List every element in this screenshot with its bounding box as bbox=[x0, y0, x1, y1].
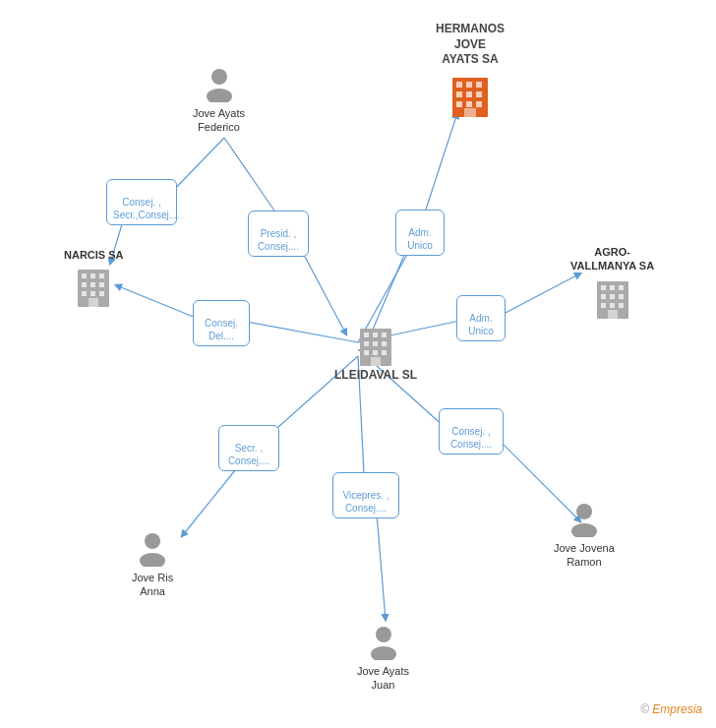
svg-rect-45 bbox=[90, 282, 95, 287]
narcis-building-icon bbox=[76, 266, 111, 309]
svg-rect-46 bbox=[99, 282, 104, 287]
svg-rect-27 bbox=[382, 350, 387, 355]
svg-rect-23 bbox=[373, 341, 378, 346]
center-building-icon bbox=[358, 325, 393, 368]
federico-person-icon bbox=[202, 67, 237, 102]
agro-building-icon bbox=[595, 277, 630, 321]
jovena-node: Jove JovenaRamon bbox=[554, 502, 615, 570]
svg-rect-34 bbox=[466, 91, 472, 97]
federico-label: Jove AyatsFederico bbox=[193, 106, 245, 135]
narcis-label: NARCIS SA bbox=[64, 248, 124, 262]
svg-point-63 bbox=[207, 89, 232, 102]
badge-consej-consej[interactable]: Consej. ,Consej.... bbox=[439, 408, 504, 455]
svg-rect-54 bbox=[619, 285, 624, 290]
svg-rect-32 bbox=[476, 82, 482, 88]
svg-rect-24 bbox=[382, 341, 387, 346]
svg-rect-56 bbox=[610, 294, 615, 299]
svg-rect-42 bbox=[90, 273, 95, 278]
svg-point-65 bbox=[571, 523, 597, 537]
svg-rect-31 bbox=[466, 82, 472, 88]
svg-rect-22 bbox=[364, 341, 369, 346]
jovena-person-icon bbox=[567, 502, 602, 537]
svg-rect-47 bbox=[82, 291, 87, 296]
jovena-label: Jove JovenaRamon bbox=[554, 541, 615, 570]
svg-point-62 bbox=[211, 69, 227, 85]
svg-point-68 bbox=[376, 627, 391, 642]
juan-person-icon bbox=[366, 625, 401, 660]
svg-point-66 bbox=[145, 533, 160, 549]
svg-rect-49 bbox=[99, 291, 104, 296]
badge-adm-unico-top[interactable]: Adm.Unico bbox=[395, 210, 445, 256]
anna-person-icon bbox=[135, 531, 170, 567]
juan-node: Jove AyatsJuan bbox=[357, 625, 409, 693]
svg-line-1 bbox=[423, 113, 457, 218]
badge-consej-del[interactable]: Consej.Del.... bbox=[193, 300, 250, 346]
svg-rect-38 bbox=[476, 101, 482, 107]
svg-rect-44 bbox=[82, 282, 87, 287]
center-label: LLEIDAVAL SL bbox=[334, 368, 417, 382]
hermanos-title: HERMANOSJOVEAYATS SA bbox=[436, 22, 505, 68]
svg-rect-55 bbox=[601, 294, 606, 299]
svg-rect-20 bbox=[373, 333, 378, 337]
svg-rect-19 bbox=[364, 333, 369, 337]
svg-rect-26 bbox=[373, 350, 378, 355]
hermanos-building-icon bbox=[450, 72, 490, 119]
badge-adm-unico-right[interactable]: Adm.Unico bbox=[456, 295, 506, 341]
watermark: © Empresia bbox=[640, 702, 702, 716]
svg-rect-58 bbox=[601, 303, 606, 308]
svg-point-69 bbox=[371, 646, 396, 660]
svg-rect-50 bbox=[89, 298, 98, 307]
juan-label: Jove AyatsJuan bbox=[357, 664, 409, 693]
svg-rect-59 bbox=[610, 303, 615, 308]
svg-rect-36 bbox=[456, 101, 462, 107]
svg-rect-48 bbox=[90, 291, 95, 296]
svg-rect-39 bbox=[464, 108, 476, 117]
svg-rect-30 bbox=[456, 82, 462, 88]
svg-rect-43 bbox=[99, 273, 104, 278]
svg-rect-52 bbox=[601, 285, 606, 290]
watermark-brand: Empresia bbox=[652, 702, 702, 716]
svg-rect-41 bbox=[82, 273, 87, 278]
svg-rect-28 bbox=[371, 357, 381, 366]
svg-rect-37 bbox=[466, 101, 472, 107]
agro-node: AGRO-VALLMANYA SA bbox=[570, 241, 654, 321]
federico-node: Jove AyatsFederico bbox=[193, 67, 245, 135]
svg-line-9 bbox=[502, 273, 580, 315]
center-node: LLEIDAVAL SL bbox=[334, 325, 417, 382]
svg-rect-25 bbox=[364, 350, 369, 355]
agro-label: AGRO-VALLMANYA SA bbox=[570, 245, 654, 273]
badge-presid[interactable]: Presid. ,Consej.... bbox=[248, 211, 309, 257]
svg-rect-53 bbox=[610, 285, 615, 290]
badge-consej-secr[interactable]: Consej. ,Secr.,Consej.... bbox=[106, 179, 177, 225]
svg-rect-57 bbox=[619, 294, 624, 299]
badge-vicepres[interactable]: Vicepres. ,Consej.... bbox=[332, 472, 399, 518]
narcis-node: NARCIS SA bbox=[64, 244, 124, 309]
badge-secr-consej[interactable]: Secr. ,Consej.... bbox=[218, 425, 279, 471]
svg-rect-33 bbox=[456, 91, 462, 97]
svg-rect-21 bbox=[382, 333, 387, 337]
anna-label: Jove RisAnna bbox=[132, 571, 173, 599]
hermanos-node: HERMANOSJOVEAYATS SA bbox=[436, 22, 505, 119]
svg-point-64 bbox=[576, 504, 592, 519]
svg-rect-35 bbox=[476, 91, 482, 97]
svg-point-67 bbox=[140, 553, 165, 567]
svg-line-3 bbox=[116, 285, 201, 320]
svg-rect-60 bbox=[619, 303, 624, 308]
svg-line-13 bbox=[376, 502, 386, 620]
svg-rect-61 bbox=[608, 310, 618, 319]
anna-node: Jove RisAnna bbox=[132, 531, 173, 599]
diagram: LLEIDAVAL SL HERMANOSJOVEAYATS SA NARCIS… bbox=[0, 0, 716, 728]
